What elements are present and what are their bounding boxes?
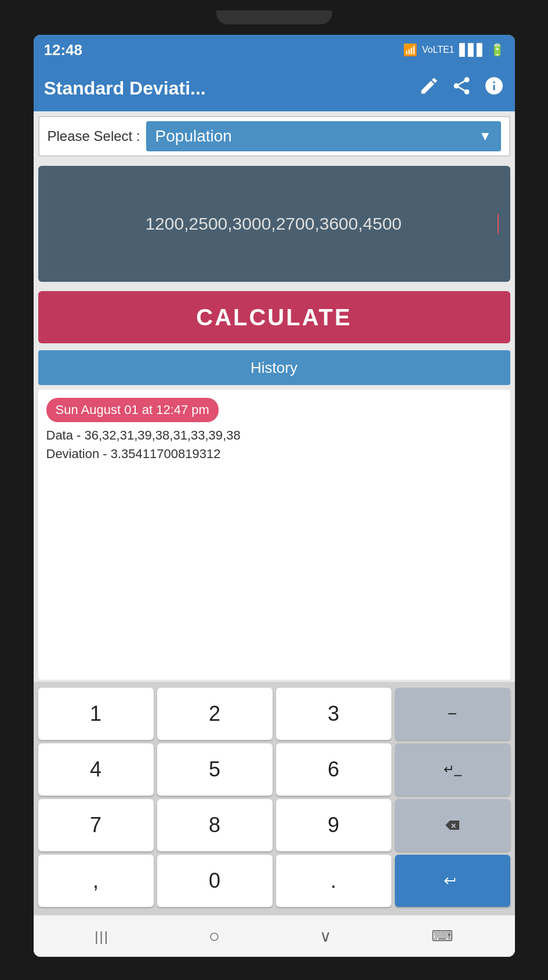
chevron-down-icon: ▼	[479, 129, 492, 144]
key-minus[interactable]: −	[395, 688, 510, 740]
nav-bar: ||| ○ ∨ ⌨	[34, 915, 515, 957]
key-6[interactable]: 6	[276, 743, 391, 796]
info-icon[interactable]	[484, 75, 505, 101]
input-area	[38, 166, 510, 282]
key-5[interactable]: 5	[157, 743, 273, 796]
edit-icon[interactable]	[419, 75, 440, 101]
numbers-input[interactable]	[50, 214, 499, 234]
history-deviation: Deviation - 3.35411700819312	[46, 447, 502, 462]
select-row: Please Select : Population ▼	[38, 116, 510, 157]
recents-nav-icon[interactable]: ∨	[320, 927, 332, 946]
phone-frame: 12:48 📶 VoLTE1 ▋▋▋ 🔋 Standard Deviati...	[0, 0, 548, 980]
app-title: Standard Deviati...	[44, 78, 407, 99]
key-dot[interactable]: .	[276, 855, 391, 907]
key-3[interactable]: 3	[276, 688, 391, 740]
select-label: Please Select :	[48, 128, 140, 144]
phone-top-bar	[0, 0, 548, 35]
key-8[interactable]: 8	[157, 799, 273, 851]
population-dropdown[interactable]: Population ▼	[146, 121, 501, 151]
lte-label: VoLTE1	[422, 45, 455, 55]
key-9[interactable]: 9	[276, 799, 391, 851]
numeric-keyboard: 1 2 3 − 4 5 6 ↵⎯ 7 8 9	[34, 682, 515, 915]
notch	[216, 10, 332, 24]
key-tab[interactable]: ↵⎯	[395, 743, 510, 796]
keyboard-row-2: 4 5 6 ↵⎯	[38, 743, 510, 796]
key-4[interactable]: 4	[38, 743, 154, 796]
history-button[interactable]: History	[38, 350, 510, 385]
key-backspace[interactable]	[395, 799, 510, 851]
key-comma[interactable]: ,	[38, 855, 154, 907]
key-0[interactable]: 0	[157, 855, 273, 907]
history-data: Data - 36,32,31,39,38,31,33,39,38	[46, 428, 502, 443]
keyboard-row-3: 7 8 9	[38, 799, 510, 851]
select-value: Population	[155, 127, 232, 146]
keyboard-row-1: 1 2 3 −	[38, 688, 510, 740]
history-content: Sun August 01 at 12:47 pm Data - 36,32,3…	[38, 390, 510, 680]
status-time: 12:48	[44, 41, 83, 59]
keyboard-row-4: , 0 .	[38, 855, 510, 907]
battery-icon: 🔋	[490, 43, 505, 57]
key-enter[interactable]	[395, 855, 510, 907]
status-icons: 📶 VoLTE1 ▋▋▋ 🔋	[403, 43, 505, 57]
key-2[interactable]: 2	[157, 688, 273, 740]
main-content: Please Select : Population ▼ CALCULATE H…	[34, 111, 515, 682]
keyboard-nav-icon[interactable]: ⌨	[431, 927, 453, 945]
key-1[interactable]: 1	[38, 688, 154, 740]
key-7[interactable]: 7	[38, 799, 154, 851]
wifi-icon: 📶	[403, 43, 418, 57]
home-nav-icon[interactable]: ○	[209, 925, 220, 947]
share-icon[interactable]	[451, 75, 472, 101]
status-bar: 12:48 📶 VoLTE1 ▋▋▋ 🔋	[34, 35, 515, 65]
history-date-badge: Sun August 01 at 12:47 pm	[46, 398, 219, 422]
signal-icon: ▋▋▋	[459, 43, 485, 57]
screen: 12:48 📶 VoLTE1 ▋▋▋ 🔋 Standard Deviati...	[34, 35, 515, 957]
calculate-button[interactable]: CALCULATE	[38, 291, 510, 343]
back-nav-icon[interactable]: |||	[95, 928, 109, 945]
app-header: Standard Deviati...	[34, 65, 515, 111]
